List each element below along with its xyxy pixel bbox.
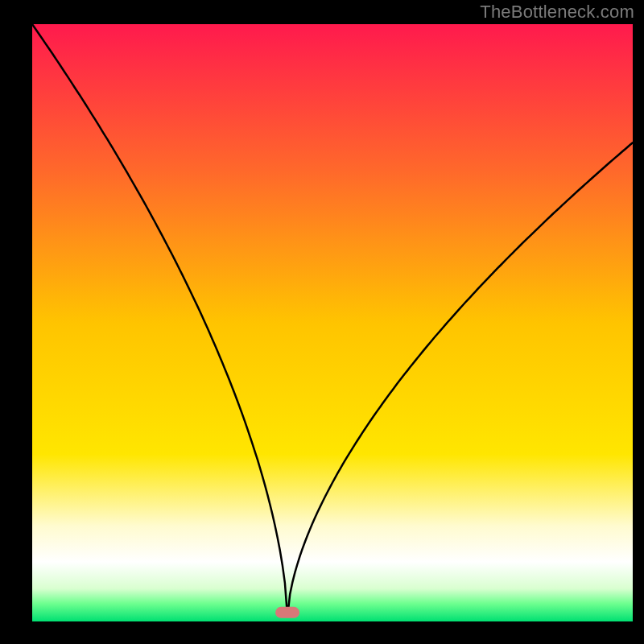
optimal-marker <box>275 607 299 618</box>
bottleneck-chart <box>0 0 644 644</box>
watermark-text: TheBottleneck.com <box>480 2 634 23</box>
chart-frame: { "watermark": "TheBottleneck.com", "plo… <box>0 0 644 644</box>
plot-background <box>32 24 633 621</box>
